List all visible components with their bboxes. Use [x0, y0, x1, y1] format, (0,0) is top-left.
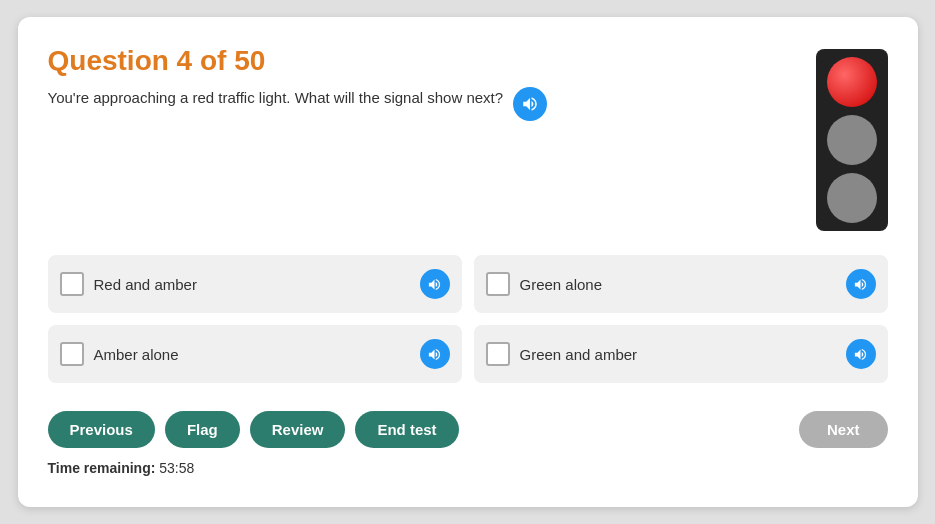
- answer-item-green-amber: Green and amber: [474, 325, 888, 383]
- answer-label-green-alone: Green alone: [520, 276, 836, 293]
- answer-audio-green-amber[interactable]: [846, 339, 876, 369]
- buttons-row: Previous Flag Review End test Next: [48, 411, 888, 448]
- answer-item-red-amber: Red and amber: [48, 255, 462, 313]
- question-text-row: You're approaching a red traffic light. …: [48, 87, 816, 121]
- time-label: Time remaining:: [48, 460, 156, 476]
- answer-audio-green-alone[interactable]: [846, 269, 876, 299]
- speaker-icon: [853, 347, 868, 362]
- answer-checkbox-red-amber[interactable]: [60, 272, 84, 296]
- answer-checkbox-green-amber[interactable]: [486, 342, 510, 366]
- answers-grid: Red and amber Green alone Amber alone: [48, 255, 888, 383]
- answer-audio-red-amber[interactable]: [420, 269, 450, 299]
- answer-label-green-amber: Green and amber: [520, 346, 836, 363]
- answer-label-amber-alone: Amber alone: [94, 346, 410, 363]
- traffic-light-red: [827, 57, 877, 107]
- time-value: 53:58: [159, 460, 194, 476]
- time-remaining: Time remaining: 53:58: [48, 460, 888, 476]
- traffic-light-green: [827, 173, 877, 223]
- question-audio-button[interactable]: [513, 87, 547, 121]
- speaker-icon: [427, 347, 442, 362]
- review-button[interactable]: Review: [250, 411, 346, 448]
- traffic-light-amber: [827, 115, 877, 165]
- previous-button[interactable]: Previous: [48, 411, 155, 448]
- next-button[interactable]: Next: [799, 411, 888, 448]
- answer-item-green-alone: Green alone: [474, 255, 888, 313]
- answer-audio-amber-alone[interactable]: [420, 339, 450, 369]
- header-left: Question 4 of 50 You're approaching a re…: [48, 45, 816, 121]
- quiz-card: Question 4 of 50 You're approaching a re…: [18, 17, 918, 507]
- answer-label-red-amber: Red and amber: [94, 276, 410, 293]
- answer-item-amber-alone: Amber alone: [48, 325, 462, 383]
- header-row: Question 4 of 50 You're approaching a re…: [48, 45, 888, 231]
- buttons-left: Previous Flag Review End test: [48, 411, 459, 448]
- speaker-icon: [427, 277, 442, 292]
- speaker-icon: [521, 95, 539, 113]
- flag-button[interactable]: Flag: [165, 411, 240, 448]
- end-test-button[interactable]: End test: [355, 411, 458, 448]
- answer-checkbox-green-alone[interactable]: [486, 272, 510, 296]
- traffic-light: [816, 49, 888, 231]
- answer-checkbox-amber-alone[interactable]: [60, 342, 84, 366]
- speaker-icon: [853, 277, 868, 292]
- question-title: Question 4 of 50: [48, 45, 816, 77]
- question-text: You're approaching a red traffic light. …: [48, 87, 504, 108]
